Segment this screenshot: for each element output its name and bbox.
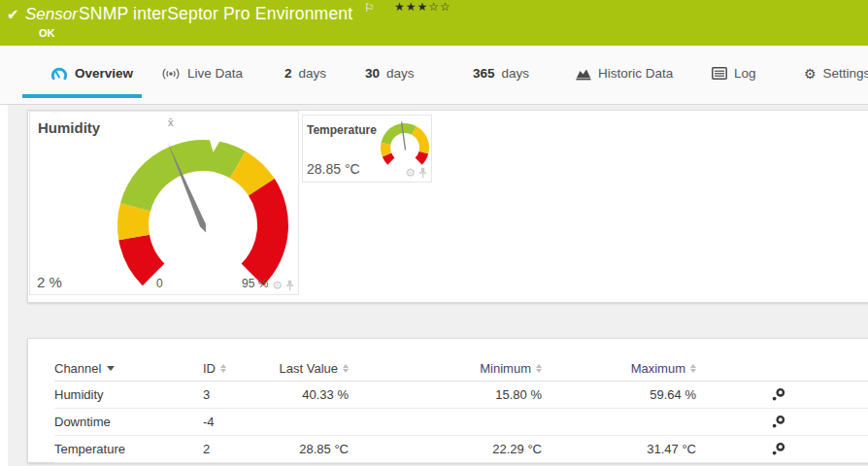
tab-historic-data[interactable]: Historic Data bbox=[576, 46, 673, 101]
table-header-row: Channel ID Last Value Minimum bbox=[54, 356, 868, 382]
channel-name-cell[interactable]: Temperature bbox=[54, 442, 203, 456]
channel-id-cell: 2 bbox=[203, 442, 273, 456]
broadcast-icon bbox=[161, 67, 181, 81]
maximum-cell: 31.47 °C bbox=[542, 442, 696, 456]
tab-365-days[interactable]: 365 days bbox=[473, 46, 529, 101]
tab-bar: Overview Live Data 2 days 30 days 365 da… bbox=[0, 46, 868, 105]
tab-overview[interactable]: Overview bbox=[50, 46, 133, 101]
humidity-tile-tools: ⚙ bbox=[272, 280, 294, 291]
tab-30-days-number: 30 bbox=[365, 66, 380, 81]
gear-icon[interactable]: ⚙ bbox=[272, 280, 283, 291]
channel-settings-icon[interactable] bbox=[771, 415, 785, 429]
tab-overview-label: Overview bbox=[75, 66, 133, 81]
pin-icon[interactable] bbox=[418, 167, 427, 179]
column-header-channel-label: Channel bbox=[54, 361, 101, 376]
tab-historic-data-label: Historic Data bbox=[598, 66, 673, 81]
humidity-scale-min-label: 0 bbox=[156, 277, 163, 290]
column-header-last-value[interactable]: Last Value bbox=[273, 361, 349, 376]
tab-log-label: Log bbox=[734, 66, 756, 81]
sort-desc-icon bbox=[107, 366, 115, 371]
priority-flag-icon[interactable]: ⚐ bbox=[364, 1, 375, 15]
overview-gauges-panel: Humidity x̄ 2 % 0 95 % ⚙ bbox=[27, 110, 868, 303]
tab-live-data[interactable]: Live Data bbox=[161, 46, 243, 101]
status-ok-check-icon: ✔ bbox=[7, 6, 19, 23]
column-header-minimum[interactable]: Minimum bbox=[349, 361, 542, 376]
humidity-gauge-value: 2 % bbox=[37, 274, 62, 290]
channel-settings-icon[interactable] bbox=[771, 387, 785, 402]
table-row-temperature: Temperature 2 28.85 °C 22.29 °C 31.47 °C bbox=[54, 436, 868, 463]
channel-id-cell: 3 bbox=[203, 387, 273, 402]
channel-id-cell: -4 bbox=[203, 415, 273, 429]
object-kind-label: Sensor bbox=[25, 5, 78, 24]
tab-365-days-number: 365 bbox=[473, 66, 495, 81]
temperature-gauge-title: Temperature bbox=[307, 123, 377, 137]
tab-live-data-label: Live Data bbox=[187, 66, 243, 81]
humidity-gauge-tile: Humidity x̄ 2 % 0 95 % ⚙ bbox=[29, 111, 299, 295]
sort-icon bbox=[690, 364, 696, 373]
log-list-icon bbox=[712, 67, 727, 80]
prtg-sensor-page: ✔ Sensor SNMP interSeptor Pro Environmen… bbox=[0, 0, 868, 466]
channel-name-cell[interactable]: Downtime bbox=[54, 415, 203, 429]
humidity-scale-max-label: 95 % bbox=[242, 277, 268, 290]
column-header-maximum[interactable]: Maximum bbox=[542, 361, 696, 376]
tab-2-days-label: days bbox=[299, 66, 327, 81]
last-value-cell: 40.33 % bbox=[273, 387, 349, 402]
temperature-gauge-tile: Temperature 28.85 °C ⚙ bbox=[302, 115, 432, 183]
temperature-tile-tools: ⚙ bbox=[405, 167, 427, 179]
table-row-humidity: Humidity 3 40.33 % 15.80 % 59.64 % bbox=[54, 382, 868, 409]
gauge-icon bbox=[50, 66, 68, 82]
channel-table-panel: Channel ID Last Value Minimum bbox=[27, 338, 868, 463]
channel-table: Channel ID Last Value Minimum bbox=[28, 339, 868, 463]
column-header-maximum-label: Maximum bbox=[631, 361, 685, 376]
maximum-cell: 59.64 % bbox=[542, 387, 696, 402]
temperature-gauge-value: 28.85 °C bbox=[307, 161, 360, 177]
minimum-cell: 22.29 °C bbox=[349, 442, 542, 456]
column-header-last-value-label: Last Value bbox=[280, 361, 338, 376]
sort-icon bbox=[220, 364, 226, 373]
gear-icon[interactable]: ⚙ bbox=[405, 167, 416, 179]
active-tab-underline bbox=[22, 94, 142, 98]
column-header-minimum-label: Minimum bbox=[480, 361, 531, 376]
tab-365-days-label: days bbox=[502, 66, 530, 81]
sensor-title: SNMP interSeptor Pro Environment bbox=[79, 4, 352, 24]
sensor-status-badge: OK bbox=[39, 27, 55, 39]
humidity-gauge bbox=[106, 120, 299, 295]
table-row-downtime: Downtime -4 bbox=[54, 409, 868, 436]
gear-icon: ⚙ bbox=[804, 67, 817, 81]
column-header-id-label: ID bbox=[203, 361, 216, 376]
average-marker-label: x̄ bbox=[168, 116, 174, 128]
tab-settings[interactable]: ⚙ Settings bbox=[804, 46, 868, 101]
humidity-gauge-title: Humidity bbox=[38, 119, 100, 136]
tab-30-days[interactable]: 30 days bbox=[365, 46, 415, 101]
priority-stars-rating[interactable]: ★★★☆☆ bbox=[394, 0, 451, 14]
minimum-cell: 15.80 % bbox=[349, 387, 542, 402]
pin-icon[interactable] bbox=[285, 280, 294, 291]
channel-settings-icon[interactable] bbox=[771, 442, 785, 456]
column-header-channel[interactable]: Channel bbox=[54, 361, 203, 376]
sensor-header: ✔ Sensor SNMP interSeptor Pro Environmen… bbox=[0, 0, 868, 46]
tab-2-days[interactable]: 2 days bbox=[284, 46, 326, 101]
tab-2-days-number: 2 bbox=[284, 66, 292, 81]
column-header-id[interactable]: ID bbox=[203, 361, 273, 376]
channel-name-cell[interactable]: Humidity bbox=[54, 387, 203, 402]
area-chart-icon bbox=[576, 67, 591, 81]
tab-30-days-label: days bbox=[386, 66, 415, 81]
content-area: Humidity x̄ 2 % 0 95 % ⚙ bbox=[8, 105, 868, 466]
last-value-cell: 28.85 °C bbox=[273, 442, 349, 456]
tab-settings-label: Settings bbox=[823, 66, 868, 81]
tab-log[interactable]: Log bbox=[712, 46, 756, 101]
